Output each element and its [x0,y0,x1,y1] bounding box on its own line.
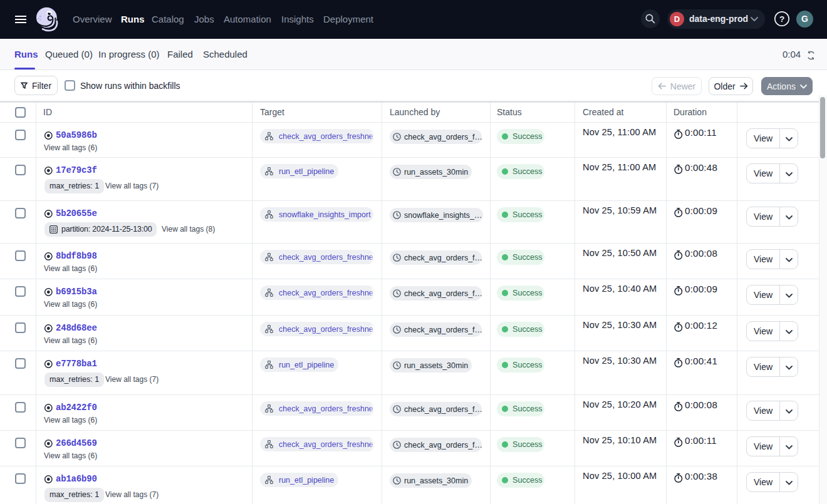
svg-text:?: ? [779,14,784,24]
